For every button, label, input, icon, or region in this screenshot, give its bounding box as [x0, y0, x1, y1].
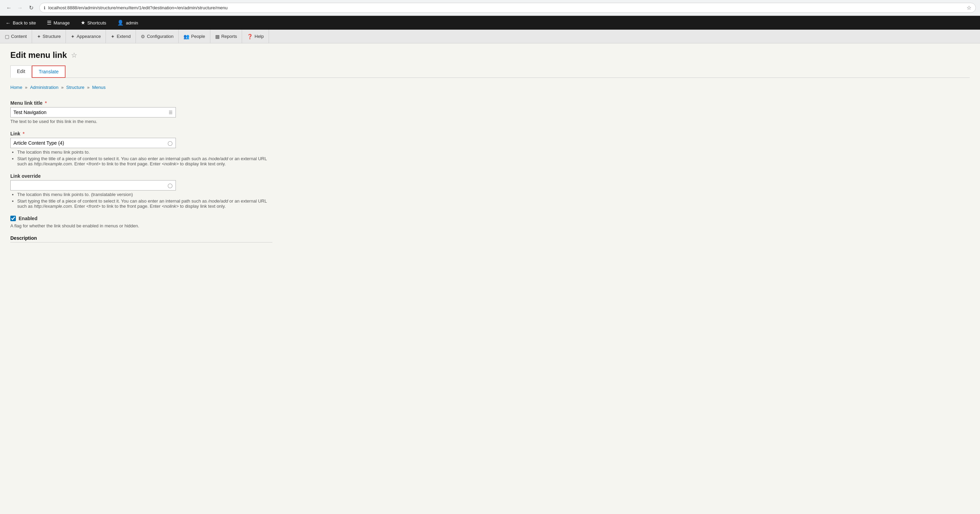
breadcrumb-sep-2: »: [61, 85, 65, 90]
link-input-wrapper: ◯: [10, 138, 176, 148]
config-icon: ⚙: [141, 34, 145, 39]
form-group-link-override: Link override ◯ The location this menu l…: [10, 173, 272, 209]
breadcrumb: Home » Administration » Structure » Menu…: [10, 85, 970, 90]
content-icon: ▢: [5, 34, 9, 39]
forward-button[interactable]: →: [15, 3, 25, 13]
link-input[interactable]: [11, 138, 165, 148]
enabled-description: A flag for whether the link should be en…: [10, 223, 272, 228]
lock-icon: ℹ: [44, 5, 46, 10]
required-indicator: *: [45, 100, 46, 106]
description-section-label: Description: [10, 235, 272, 243]
reload-button[interactable]: ↻: [26, 3, 36, 13]
title-input-icon: ☰: [166, 108, 175, 117]
nav-help[interactable]: ❓ Help: [242, 30, 269, 43]
link-override-desc-1: The location this menu link points to. (…: [17, 192, 272, 197]
url-text: localhost:8888/en/admin/structure/menu/i…: [48, 5, 964, 10]
link-override-icon: ◯: [165, 181, 175, 190]
nav-configuration[interactable]: ⚙ Configuration: [136, 30, 179, 43]
link-override-desc-2: Start typing the title of a piece of con…: [17, 198, 272, 209]
favorite-icon[interactable]: ☆: [71, 51, 77, 59]
page-header: Edit menu link ☆: [10, 50, 970, 60]
reports-icon: ▩: [215, 34, 220, 39]
nav-extend-label: Extend: [116, 34, 130, 39]
menu-link-title-input-wrapper: ☰: [10, 107, 176, 117]
nav-appearance-label: Appearance: [76, 34, 101, 39]
form-container: Menu link title * ☰ The text to be used …: [10, 100, 272, 243]
form-group-menu-link-title: Menu link title * ☰ The text to be used …: [10, 100, 272, 124]
back-button[interactable]: ←: [4, 3, 14, 13]
link-required-indicator: *: [23, 131, 24, 136]
tab-bar: Edit Translate: [10, 65, 970, 78]
toolbar-shortcuts-label: Shortcuts: [87, 20, 106, 25]
nav-reports-label: Reports: [221, 34, 237, 39]
admin-toolbar: ← Back to site ☰ Manage ★ Shortcuts 👤 ad…: [0, 16, 980, 30]
appearance-icon: ✦: [71, 34, 75, 39]
person-icon: 👤: [117, 20, 124, 26]
enabled-checkbox[interactable]: [10, 216, 16, 221]
breadcrumb-administration[interactable]: Administration: [30, 85, 58, 90]
enabled-checkbox-group: Enabled: [10, 216, 272, 221]
people-icon: 👥: [183, 34, 189, 39]
tab-edit-label: Edit: [17, 68, 25, 74]
link-label: Link *: [10, 131, 272, 136]
nav-appearance[interactable]: ✦ Appearance: [66, 30, 106, 43]
breadcrumb-menus[interactable]: Menus: [92, 85, 105, 90]
browser-nav-buttons: ← → ↻: [4, 3, 36, 13]
nav-people[interactable]: 👥 People: [179, 30, 210, 43]
nav-content[interactable]: ▢ Content: [0, 30, 32, 43]
page-title: Edit menu link: [10, 50, 67, 60]
link-desc-2: Start typing the title of a piece of con…: [17, 156, 272, 167]
breadcrumb-sep-3: »: [87, 85, 91, 90]
menu-icon: ☰: [47, 20, 51, 26]
breadcrumb-home[interactable]: Home: [10, 85, 22, 90]
form-group-enabled: Enabled A flag for whether the link shou…: [10, 216, 272, 228]
breadcrumb-sep-1: »: [25, 85, 29, 90]
tab-translate[interactable]: Translate: [32, 65, 65, 78]
toolbar-admin-label: admin: [126, 20, 138, 25]
tab-edit[interactable]: Edit: [10, 65, 32, 78]
nav-structure[interactable]: ✦ Structure: [32, 30, 66, 43]
tab-translate-label: Translate: [39, 69, 59, 75]
browser-chrome: ← → ↻ ℹ localhost:8888/en/admin/structur…: [0, 0, 980, 16]
toolbar-manage[interactable]: ☰ Manage: [41, 16, 75, 30]
nav-help-label: Help: [255, 34, 264, 39]
nav-reports[interactable]: ▩ Reports: [210, 30, 242, 43]
link-desc-1: The location this menu link points to.: [17, 149, 272, 155]
nav-configuration-label: Configuration: [147, 34, 173, 39]
menu-link-title-input[interactable]: [11, 108, 166, 117]
enabled-label: Enabled: [19, 216, 37, 221]
link-override-label: Link override: [10, 173, 272, 179]
link-override-input-wrapper: ◯: [10, 180, 176, 190]
structure-icon: ✦: [37, 34, 41, 39]
nav-extend[interactable]: ✦ Extend: [106, 30, 135, 43]
extend-icon: ✦: [111, 34, 115, 39]
nav-structure-label: Structure: [43, 34, 61, 39]
link-override-input[interactable]: [11, 181, 165, 190]
address-bar[interactable]: ℹ localhost:8888/en/admin/structure/menu…: [39, 3, 976, 13]
link-override-descriptions: The location this menu link points to. (…: [10, 192, 272, 209]
link-input-icon: ◯: [165, 138, 175, 148]
help-icon: ❓: [247, 34, 253, 39]
toolbar-manage-label: Manage: [53, 20, 70, 25]
bookmark-icon[interactable]: ☆: [967, 5, 971, 11]
menu-link-title-description: The text to be used for this link in the…: [10, 119, 272, 124]
star-icon: ★: [81, 20, 85, 26]
toolbar-back-to-site-label: Back to site: [13, 20, 36, 25]
menu-link-title-label: Menu link title *: [10, 100, 272, 106]
secondary-nav: ▢ Content ✦ Structure ✦ Appearance ✦ Ext…: [0, 30, 980, 43]
back-icon: ←: [6, 20, 11, 26]
toolbar-admin[interactable]: 👤 admin: [112, 16, 143, 30]
main-content: Edit menu link ☆ Edit Translate Home » A…: [0, 43, 980, 514]
toolbar-shortcuts[interactable]: ★ Shortcuts: [75, 16, 112, 30]
form-group-link: Link * ◯ The location this menu link poi…: [10, 131, 272, 167]
nav-content-label: Content: [11, 34, 27, 39]
link-descriptions: The location this menu link points to. S…: [10, 149, 272, 167]
breadcrumb-structure[interactable]: Structure: [66, 85, 84, 90]
nav-people-label: People: [191, 34, 205, 39]
toolbar-back-to-site[interactable]: ← Back to site: [0, 16, 41, 30]
